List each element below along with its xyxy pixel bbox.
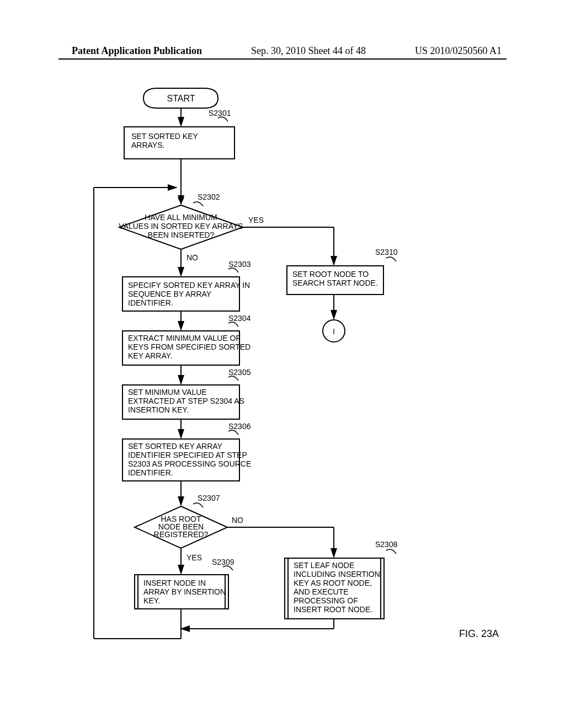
svg-text:KEY AS ROOT NODE,: KEY AS ROOT NODE, xyxy=(294,579,372,587)
svg-text:INSERTION KEY.: INSERTION KEY. xyxy=(128,405,189,414)
svg-text:ARRAY BY INSERTION: ARRAY BY INSERTION xyxy=(143,587,226,596)
flowchart-svg: START SET SORTED KEY ARRAYS. S2301 HAVE … xyxy=(0,77,565,673)
s2309-id: S2309 xyxy=(212,558,234,566)
s2302-l3: BEEN INSERTED? xyxy=(148,231,215,239)
s2302-l1: HAVE ALL MINIMUM xyxy=(145,213,217,222)
svg-text:INSERT ROOT NODE.: INSERT ROOT NODE. xyxy=(294,605,372,614)
header-rule xyxy=(58,58,507,60)
svg-text:IDENTIFIER.: IDENTIFIER. xyxy=(128,298,173,307)
s2304-id: S2304 xyxy=(228,314,251,323)
header-left: Patent Application Publication xyxy=(72,45,202,57)
step-s2306: SET SORTED KEY ARRAY IDENTIFIER SPECIFIE… xyxy=(122,422,251,481)
svg-text:SPECIFY SORTED KEY ARRAY IN: SPECIFY SORTED KEY ARRAY IN xyxy=(128,281,250,290)
header-middle: Sep. 30, 2010 Sheet 44 of 48 xyxy=(251,45,366,57)
page-header: Patent Application Publication Sep. 30, … xyxy=(0,45,565,57)
s2301-line1: SET SORTED KEY xyxy=(131,132,199,141)
svg-text:INSERT NODE IN: INSERT NODE IN xyxy=(143,579,206,587)
connector-I-label: I xyxy=(333,327,335,336)
flowchart-canvas: START SET SORTED KEY ARRAYS. S2301 HAVE … xyxy=(0,77,565,673)
s2307-id: S2307 xyxy=(198,494,220,502)
yes-2302: YES xyxy=(248,216,264,224)
header-right: US 2010/0250560 A1 xyxy=(415,45,502,57)
svg-marker-1 xyxy=(178,197,184,204)
svg-text:KEYS FROM SPECIFIED SORTED: KEYS FROM SPECIFIED SORTED xyxy=(128,342,250,351)
svg-text:PROCESSING OF: PROCESSING OF xyxy=(294,596,358,605)
svg-text:IDENTIFIER.: IDENTIFIER. xyxy=(128,468,173,477)
svg-text:AND EXECUTE: AND EXECUTE xyxy=(294,587,349,596)
svg-text:INCLUDING INSERTION: INCLUDING INSERTION xyxy=(294,570,380,579)
s2301-id: S2301 xyxy=(209,109,231,117)
svg-text:SET SORTED KEY ARRAY: SET SORTED KEY ARRAY xyxy=(128,442,223,451)
s2306-id: S2306 xyxy=(228,422,251,431)
page: Patent Application Publication Sep. 30, … xyxy=(0,0,565,728)
s2305-id: S2305 xyxy=(228,368,251,377)
svg-text:SEQUENCE BY ARRAY: SEQUENCE BY ARRAY xyxy=(128,290,212,298)
step-s2304: EXTRACT MINIMUM VALUE OF KEYS FROM SPECI… xyxy=(122,314,251,365)
svg-text:KEY ARRAY.: KEY ARRAY. xyxy=(128,351,172,360)
step-s2310: SET ROOT NODE TO SEARCH START NODE. S231… xyxy=(287,248,398,295)
connector-I: I xyxy=(323,320,345,342)
s2310-id: S2310 xyxy=(375,248,398,256)
step-s2309: INSERT NODE IN ARRAY BY INSERTION KEY. S… xyxy=(135,558,234,609)
figure-label: FIG. 23A xyxy=(459,628,499,640)
svg-text:EXTRACT MINIMUM VALUE OF: EXTRACT MINIMUM VALUE OF xyxy=(128,334,241,342)
start-label: START xyxy=(167,94,195,103)
s2308-id: S2308 xyxy=(375,540,398,549)
start-node: START xyxy=(143,88,218,108)
s2310-l1: SET ROOT NODE TO xyxy=(292,270,369,279)
step-s2305: SET MINIMUM VALUE EXTRACTED AT STEP S230… xyxy=(122,368,251,419)
s2302-id: S2302 xyxy=(198,192,220,201)
svg-text:SET LEAF NODE: SET LEAF NODE xyxy=(294,561,354,570)
step-s2301: SET SORTED KEY ARRAYS. S2301 xyxy=(124,109,234,159)
s2303-id: S2303 xyxy=(228,260,251,269)
s2310-l2: SEARCH START NODE. xyxy=(292,279,378,287)
svg-text:EXTRACTED AT STEP S2304 AS: EXTRACTED AT STEP S2304 AS xyxy=(128,397,244,405)
s2301-line2: ARRAYS. xyxy=(131,141,164,149)
svg-text:S2303 AS PROCESSING SOURCE: S2303 AS PROCESSING SOURCE xyxy=(128,459,251,468)
svg-text:IDENTIFIER SPECIFIED AT STEP: IDENTIFIER SPECIFIED AT STEP xyxy=(128,451,247,459)
svg-text:KEY.: KEY. xyxy=(143,596,160,605)
yes-2307: YES xyxy=(186,553,202,562)
s2302-l2: VALUES IN SORTED KEY ARRAYS xyxy=(119,222,243,231)
no-2307: NO xyxy=(232,516,243,524)
svg-text:SET MINIMUM VALUE: SET MINIMUM VALUE xyxy=(128,388,207,397)
step-s2308: SET LEAF NODE INCLUDING INSERTION KEY AS… xyxy=(285,540,398,619)
step-s2303: SPECIFY SORTED KEY ARRAY IN SEQUENCE BY … xyxy=(122,260,251,311)
no-2302: NO xyxy=(186,253,198,262)
svg-text:REGISTERED?: REGISTERED? xyxy=(154,530,209,539)
